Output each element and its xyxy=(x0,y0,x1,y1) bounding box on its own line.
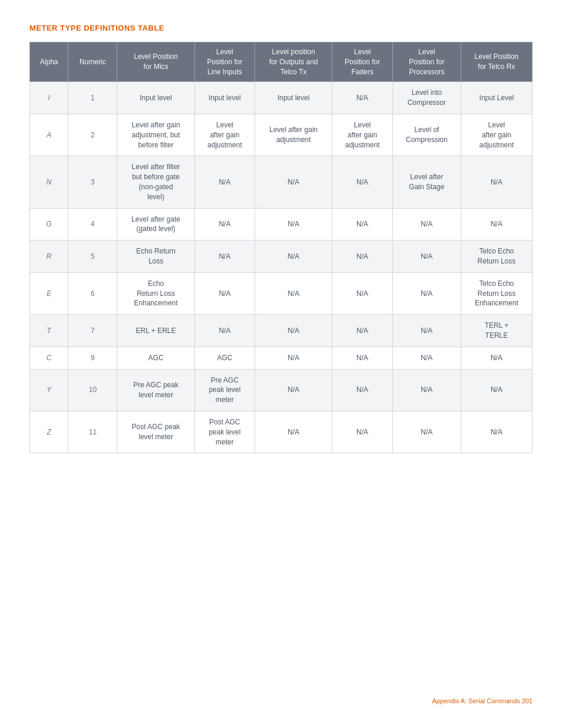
cell-numeric: 6 xyxy=(68,272,117,314)
cell-outputs-telco-tx: N/A xyxy=(255,411,332,453)
cell-processors: N/A xyxy=(392,208,461,241)
cell-faders: N/A xyxy=(332,347,393,369)
col-header-processors: LevelPosition forProcessors xyxy=(392,42,461,82)
col-header-outputs-telco-tx: Level positionfor Outputs andTelco Tx xyxy=(255,42,332,82)
cell-line-inputs: N/A xyxy=(194,241,255,273)
cell-processors: Level intoCompressor xyxy=(392,82,461,114)
cell-outputs-telco-tx: N/A xyxy=(255,369,332,411)
cell-mics: EchoReturn LossEnhancement xyxy=(117,272,194,314)
cell-telco-rx: Telco EchoReturn Loss xyxy=(461,241,532,273)
cell-outputs-telco-tx: N/A xyxy=(255,315,332,347)
cell-processors: N/A xyxy=(392,315,461,347)
cell-faders: N/A xyxy=(332,369,393,411)
cell-faders: Levelafter gainadjustment xyxy=(332,114,393,156)
cell-mics: Level after filterbut before gate(non-ga… xyxy=(117,156,194,208)
cell-numeric: 3 xyxy=(68,156,117,208)
cell-telco-rx: Input Level xyxy=(461,82,532,114)
col-header-faders: LevelPosition forFaders xyxy=(332,42,393,82)
cell-alpha: G xyxy=(30,208,68,241)
cell-line-inputs: N/A xyxy=(194,208,255,241)
col-header-alpha: Alpha xyxy=(30,42,68,82)
col-header-numeric: Numeric xyxy=(68,42,117,82)
cell-line-inputs: N/A xyxy=(194,315,255,347)
definitions-table: Alpha Numeric Level Positionfor Mics Lev… xyxy=(29,42,533,453)
cell-telco-rx: TERL +TERLE xyxy=(461,315,532,347)
cell-alpha: A xyxy=(30,114,68,156)
cell-processors: Level afterGain Stage xyxy=(392,156,461,208)
cell-telco-rx: N/A xyxy=(461,208,532,241)
cell-telco-rx: N/A xyxy=(461,347,532,369)
cell-processors: N/A xyxy=(392,369,461,411)
cell-mics: Level after gainadjustment, butbefore fi… xyxy=(117,114,194,156)
page-title: METER TYPE DEFINITIONS TABLE xyxy=(29,24,533,32)
table-row: Z11Post AGC peaklevel meterPost AGCpeak … xyxy=(30,411,533,453)
cell-telco-rx: Levelafter gainadjustment xyxy=(461,114,532,156)
cell-telco-rx: Telco EchoReturn LossEnhancement xyxy=(461,272,532,314)
table-row: A2Level after gainadjustment, butbefore … xyxy=(30,114,533,156)
cell-telco-rx: N/A xyxy=(461,411,532,453)
cell-alpha: I xyxy=(30,82,68,114)
cell-outputs-telco-tx: N/A xyxy=(255,156,332,208)
cell-alpha: Z xyxy=(30,411,68,453)
cell-processors: N/A xyxy=(392,347,461,369)
cell-numeric: 11 xyxy=(68,411,117,453)
cell-line-inputs: Pre AGCpeak levelmeter xyxy=(194,369,255,411)
col-header-telco-rx: Level Positionfor Telco Rx xyxy=(461,42,532,82)
cell-line-inputs: Post AGCpeak levelmeter xyxy=(194,411,255,453)
cell-mics: ERL + ERLE xyxy=(117,315,194,347)
cell-alpha: Y xyxy=(30,369,68,411)
cell-faders: N/A xyxy=(332,208,393,241)
cell-numeric: 9 xyxy=(68,347,117,369)
cell-numeric: 10 xyxy=(68,369,117,411)
cell-numeric: 4 xyxy=(68,208,117,241)
table-row: R5Echo ReturnLossN/AN/AN/AN/ATelco EchoR… xyxy=(30,241,533,273)
cell-faders: N/A xyxy=(332,241,393,273)
cell-alpha: N xyxy=(30,156,68,208)
cell-faders: N/A xyxy=(332,156,393,208)
cell-processors: N/A xyxy=(392,411,461,453)
cell-alpha: R xyxy=(30,241,68,273)
cell-faders: N/A xyxy=(332,411,393,453)
cell-outputs-telco-tx: Input level xyxy=(255,82,332,114)
cell-mics: Level after gate(gated level) xyxy=(117,208,194,241)
cell-numeric: 7 xyxy=(68,315,117,347)
cell-outputs-telco-tx: N/A xyxy=(255,272,332,314)
cell-numeric: 2 xyxy=(68,114,117,156)
cell-outputs-telco-tx: N/A xyxy=(255,347,332,369)
table-row: E6EchoReturn LossEnhancementN/AN/AN/AN/A… xyxy=(30,272,533,314)
table-row: I1Input levelInput levelInput levelN/ALe… xyxy=(30,82,533,114)
table-row: T7ERL + ERLEN/AN/AN/AN/ATERL +TERLE xyxy=(30,315,533,347)
cell-mics: Post AGC peaklevel meter xyxy=(117,411,194,453)
cell-faders: N/A xyxy=(332,82,393,114)
cell-mics: Echo ReturnLoss xyxy=(117,241,194,273)
cell-processors: Level ofCompression xyxy=(392,114,461,156)
cell-line-inputs: N/A xyxy=(194,272,255,314)
cell-mics: AGC xyxy=(117,347,194,369)
cell-alpha: C xyxy=(30,347,68,369)
table-header-row: Alpha Numeric Level Positionfor Mics Lev… xyxy=(30,42,533,82)
cell-mics: Pre AGC peaklevel meter xyxy=(117,369,194,411)
cell-telco-rx: N/A xyxy=(461,156,532,208)
cell-line-inputs: Levelafter gainadjustment xyxy=(194,114,255,156)
cell-numeric: 1 xyxy=(68,82,117,114)
cell-telco-rx: N/A xyxy=(461,369,532,411)
table-row: G4Level after gate(gated level)N/AN/AN/A… xyxy=(30,208,533,241)
cell-mics: Input level xyxy=(117,82,194,114)
table-row: N3Level after filterbut before gate(non-… xyxy=(30,156,533,208)
col-header-mics: Level Positionfor Mics xyxy=(117,42,194,82)
table-row: Y10Pre AGC peaklevel meterPre AGCpeak le… xyxy=(30,369,533,411)
cell-alpha: T xyxy=(30,315,68,347)
cell-line-inputs: N/A xyxy=(194,156,255,208)
cell-processors: N/A xyxy=(392,241,461,273)
cell-line-inputs: AGC xyxy=(194,347,255,369)
table-row: C9AGCAGCN/AN/AN/AN/A xyxy=(30,347,533,369)
cell-outputs-telco-tx: N/A xyxy=(255,208,332,241)
footer-text: Appendix A: Serial Commands 201 xyxy=(432,697,533,704)
col-header-line-inputs: LevelPosition forLine Inputs xyxy=(194,42,255,82)
cell-faders: N/A xyxy=(332,315,393,347)
cell-line-inputs: Input level xyxy=(194,82,255,114)
cell-processors: N/A xyxy=(392,272,461,314)
cell-alpha: E xyxy=(30,272,68,314)
cell-numeric: 5 xyxy=(68,241,117,273)
cell-outputs-telco-tx: Level after gainadjustment xyxy=(255,114,332,156)
